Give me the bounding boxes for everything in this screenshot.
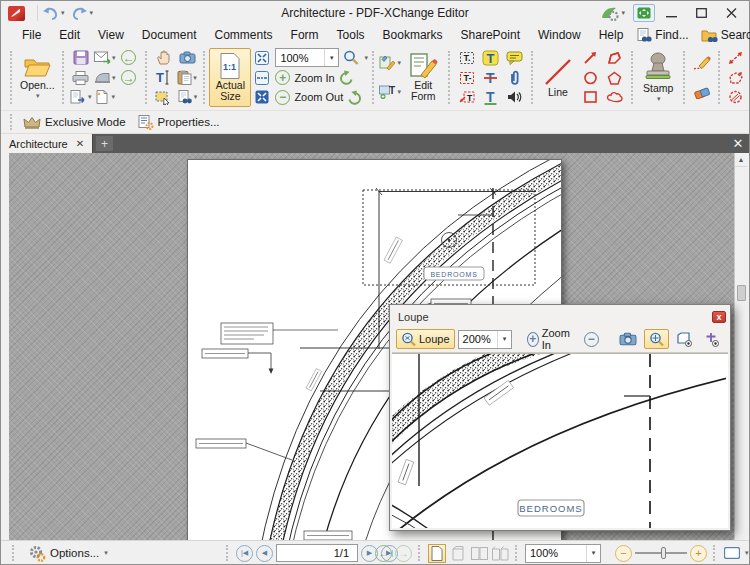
- history-forward-button[interactable]: →: [395, 545, 412, 562]
- eraser-tool-button[interactable]: [690, 82, 714, 102]
- distance-tool-button[interactable]: [724, 48, 748, 68]
- loupe-close-button[interactable]: x: [712, 311, 726, 323]
- new-document-button[interactable]: ▾: [93, 87, 117, 107]
- menu-window[interactable]: Window: [529, 26, 590, 44]
- close-document-button[interactable]: ✕: [727, 134, 749, 153]
- polygon-tool-button[interactable]: [603, 68, 627, 88]
- menu-form[interactable]: Form: [282, 26, 328, 44]
- callout-tool-button[interactable]: T: [455, 87, 479, 107]
- statusbar-zoom-combo[interactable]: 100%▾: [525, 544, 601, 563]
- add-text-button[interactable]: T▾: [378, 82, 402, 102]
- open-caret-icon[interactable]: ▾: [36, 92, 40, 100]
- zoom-tool-icon[interactable]: [343, 50, 359, 65]
- paste-caret-icon[interactable]: ▾: [193, 74, 197, 82]
- first-page-button[interactable]: |◀: [236, 545, 253, 562]
- page-view-caret-icon[interactable]: ▾: [745, 549, 749, 557]
- menu-tools[interactable]: Tools: [328, 26, 374, 44]
- rotate-left-icon[interactable]: [339, 70, 354, 85]
- sticky-note-button[interactable]: [503, 48, 527, 68]
- edit-content-caret-icon[interactable]: ▾: [397, 59, 401, 67]
- customize-caret-icon[interactable]: ▾: [621, 9, 625, 17]
- hand-tool-button[interactable]: [151, 48, 175, 68]
- edit-form-button[interactable]: Edit Form: [402, 48, 444, 107]
- menu-file[interactable]: File: [13, 26, 50, 44]
- new-document-caret-icon[interactable]: ▾: [111, 93, 115, 101]
- maximize-button[interactable]: [687, 3, 715, 23]
- typewriter-tool-button[interactable]: T.: [455, 48, 479, 68]
- open-button[interactable]: Open... ▾: [16, 48, 58, 107]
- export-button[interactable]: ▾: [69, 87, 93, 107]
- fullscreen-button[interactable]: [633, 4, 655, 22]
- options-button[interactable]: Options... ▾: [22, 544, 114, 563]
- zoom-slider-thumb[interactable]: [661, 547, 666, 559]
- tab-architecture[interactable]: Architecture ✕: [1, 134, 93, 153]
- redo-button[interactable]: ▾: [71, 6, 94, 20]
- email-button[interactable]: ▾: [93, 48, 117, 68]
- menu-comments[interactable]: Comments: [206, 26, 282, 44]
- scroll-up-icon[interactable]: ▲: [735, 153, 747, 167]
- stamp-button[interactable]: Stamp ▾: [637, 48, 679, 107]
- continuous-layout-button[interactable]: [449, 544, 467, 563]
- toolbar-grip[interactable]: [10, 114, 14, 130]
- flatten-button[interactable]: ▾: [93, 68, 117, 88]
- stamp-caret-icon[interactable]: ▾: [657, 95, 661, 103]
- rectangle-tool-button[interactable]: [579, 87, 603, 107]
- loupe-zoom-combo[interactable]: 200%▾: [458, 330, 512, 349]
- zoom-level-combo[interactable]: 100%▾: [275, 48, 339, 67]
- toolbar-grip[interactable]: [372, 51, 374, 104]
- zoom-slider[interactable]: [635, 552, 687, 554]
- customize-ui-button[interactable]: ▾: [601, 6, 625, 21]
- fit-visible-button[interactable]: [253, 87, 271, 107]
- rotate-right-icon[interactable]: [347, 90, 362, 105]
- find-button[interactable]: Find...: [632, 27, 692, 44]
- loupe-track-button[interactable]: [644, 329, 669, 349]
- document-canvas[interactable]: BEDROOMS: [9, 153, 747, 540]
- loupe-zoom-in-button[interactable]: + Zoom In: [523, 325, 577, 353]
- minimize-button[interactable]: [657, 3, 685, 23]
- toolbar-grip[interactable]: [145, 51, 147, 104]
- loupe-content[interactable]: BEDROOMS: [392, 353, 728, 528]
- sound-annotation-button[interactable]: [503, 87, 527, 107]
- toolbar-grip[interactable]: [515, 545, 519, 561]
- email-caret-icon[interactable]: ▾: [112, 54, 116, 62]
- fit-width-button[interactable]: [253, 68, 271, 88]
- page-view-mode-button[interactable]: [723, 544, 741, 563]
- area-tool-button[interactable]: [724, 87, 748, 107]
- add-text-caret-icon[interactable]: ▾: [397, 88, 401, 96]
- zoom-out-button[interactable]: − Zoom Out: [275, 87, 368, 107]
- toolbar-grip[interactable]: [683, 51, 685, 104]
- undo-caret-icon[interactable]: ▾: [61, 9, 65, 17]
- line-tool-button[interactable]: Line: [537, 48, 579, 107]
- edit-content-button[interactable]: ▾: [378, 53, 402, 73]
- perimeter-tool-button[interactable]: [724, 68, 748, 88]
- undo-button[interactable]: ▾: [42, 6, 65, 20]
- save-button[interactable]: [69, 48, 93, 68]
- toolbar-grip[interactable]: [203, 51, 205, 104]
- history-back-button[interactable]: ←: [375, 545, 392, 562]
- menu-help[interactable]: Help: [590, 26, 633, 44]
- highlight-text-button[interactable]: T: [479, 48, 503, 68]
- two-page-continuous-button[interactable]: [491, 544, 509, 563]
- menu-view[interactable]: View: [89, 26, 133, 44]
- strikeout-text-button[interactable]: T: [479, 68, 503, 88]
- select-comments-button[interactable]: [151, 87, 175, 107]
- underline-text-button[interactable]: T: [479, 87, 503, 107]
- redo-caret-icon[interactable]: ▾: [90, 9, 94, 17]
- previous-page-button[interactable]: ◀: [256, 545, 273, 562]
- select-text-button[interactable]: T: [151, 68, 175, 88]
- search-button[interactable]: Search...: [697, 27, 750, 44]
- toolbar-grip[interactable]: [718, 51, 720, 104]
- go-back-button[interactable]: ←: [117, 48, 141, 68]
- page-number-input[interactable]: 1/1: [276, 544, 358, 562]
- snapshot-button[interactable]: [175, 48, 199, 68]
- text-box-tool-button[interactable]: T-: [455, 68, 479, 88]
- new-tab-button[interactable]: +: [96, 136, 113, 151]
- menu-document[interactable]: Document: [133, 26, 206, 44]
- zoom-tool-caret-icon[interactable]: ▾: [364, 54, 368, 62]
- actual-size-button[interactable]: 1:1 Actual Size: [209, 48, 251, 107]
- toolbar-grip[interactable]: [531, 51, 533, 104]
- scrollbar-thumb[interactable]: [737, 285, 746, 301]
- toolbar-grip[interactable]: [631, 51, 633, 104]
- search-document-button[interactable]: ▾: [175, 87, 199, 107]
- flatten-caret-icon[interactable]: ▾: [112, 74, 116, 82]
